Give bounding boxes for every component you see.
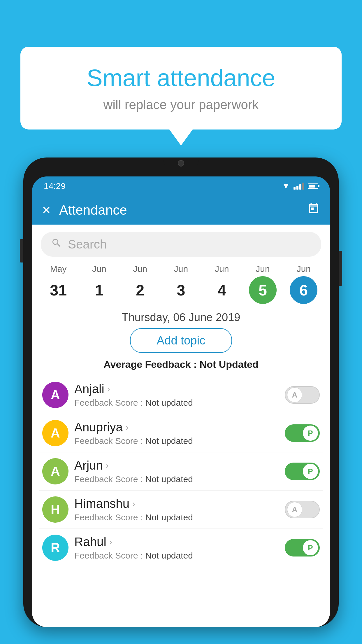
student-info: Himanshu ›Feedback Score : Not updated — [74, 497, 279, 522]
attendance-toggle[interactable]: P — [285, 463, 320, 480]
calendar-day[interactable]: Jun5 — [242, 264, 283, 304]
signal-bar-1 — [294, 187, 296, 190]
student-list: AAnjali ›Feedback Score : Not updatedAAA… — [32, 376, 330, 567]
power-button — [339, 251, 342, 286]
calendar-day[interactable]: Jun6 — [283, 264, 324, 304]
student-name: Anupriya › — [74, 420, 279, 434]
search-icon — [51, 237, 62, 251]
student-avatar: A — [42, 382, 68, 408]
cal-num[interactable]: 5 — [249, 276, 277, 304]
battery-fill — [309, 185, 315, 188]
student-feedback: Feedback Score : Not updated — [74, 551, 279, 561]
app-header: × Attendance — [32, 195, 330, 225]
cal-num[interactable]: 6 — [290, 276, 317, 304]
cal-month: Jun — [256, 264, 270, 274]
volume-button — [20, 239, 23, 262]
screen-content: Search May31Jun1Jun2Jun3Jun4Jun5Jun6 Thu… — [32, 225, 330, 627]
calendar-icon[interactable] — [307, 202, 320, 218]
selected-date: Thursday, 06 June 2019 — [32, 311, 330, 324]
student-feedback: Feedback Score : Not updated — [74, 512, 279, 522]
calendar-day[interactable]: Jun2 — [120, 264, 161, 304]
cal-num[interactable]: 3 — [167, 276, 195, 304]
toggle-circle: P — [303, 464, 318, 479]
speech-bubble: Smart attendance will replace your paper… — [20, 47, 342, 130]
feedback-value: Not updated — [145, 436, 193, 446]
chevron-icon: › — [109, 537, 112, 547]
phone-outer: 14:29 ▼ × Attendance — [23, 158, 339, 627]
calendar-day[interactable]: Jun1 — [79, 264, 120, 304]
student-info: Anupriya ›Feedback Score : Not updated — [74, 420, 279, 446]
close-button[interactable]: × — [42, 203, 50, 217]
notch-area — [23, 158, 339, 181]
search-placeholder: Search — [68, 237, 107, 251]
student-avatar: H — [42, 496, 68, 523]
cal-month: May — [50, 264, 67, 274]
toggle-circle: P — [303, 426, 318, 441]
status-time: 14:29 — [44, 181, 66, 191]
cal-num[interactable]: 1 — [85, 276, 113, 304]
calendar-strip: May31Jun1Jun2Jun3Jun4Jun5Jun6 — [32, 264, 330, 304]
cal-num[interactable]: 4 — [208, 276, 236, 304]
signal-bars — [294, 183, 304, 190]
signal-bar-4 — [302, 183, 304, 190]
student-feedback: Feedback Score : Not updated — [74, 436, 279, 446]
speech-bubble-tail — [169, 130, 193, 146]
search-bar[interactable]: Search — [41, 232, 321, 257]
student-item[interactable]: AArjun ›Feedback Score : Not updatedP — [39, 452, 323, 491]
student-avatar: R — [42, 535, 68, 561]
signal-bar-2 — [296, 186, 298, 190]
chevron-icon: › — [106, 461, 109, 470]
student-avatar: A — [42, 458, 68, 484]
header-title: Attendance — [59, 202, 299, 218]
student-name: Himanshu › — [74, 497, 279, 511]
signal-bar-3 — [299, 184, 301, 190]
cal-month: Jun — [215, 264, 229, 274]
wifi-icon: ▼ — [282, 181, 290, 191]
cal-month: Jun — [174, 264, 188, 274]
chevron-icon: › — [107, 384, 110, 394]
student-name: Rahul › — [74, 535, 279, 549]
student-feedback: Feedback Score : Not updated — [74, 474, 279, 484]
feedback-value: Not updated — [145, 474, 193, 484]
toggle-circle: A — [287, 502, 302, 517]
student-item[interactable]: AAnjali ›Feedback Score : Not updatedA — [39, 376, 323, 414]
cal-month: Jun — [133, 264, 147, 274]
student-info: Arjun ›Feedback Score : Not updated — [74, 459, 279, 484]
cal-month: Jun — [92, 264, 106, 274]
cal-num[interactable]: 31 — [45, 276, 72, 304]
cal-month: Jun — [297, 264, 311, 274]
cal-num[interactable]: 2 — [126, 276, 154, 304]
attendance-toggle[interactable]: A — [285, 501, 320, 518]
attendance-toggle[interactable]: P — [285, 539, 320, 556]
feedback-value: Not updated — [145, 512, 193, 522]
feedback-value: Not updated — [145, 551, 193, 560]
camera-dot — [178, 160, 184, 167]
feedback-value: Not updated — [145, 398, 193, 407]
avg-feedback-label: Average Feedback : — [103, 359, 199, 370]
student-info: Rahul ›Feedback Score : Not updated — [74, 535, 279, 561]
calendar-day[interactable]: Jun4 — [201, 264, 242, 304]
student-item[interactable]: RRahul ›Feedback Score : Not updatedP — [39, 529, 323, 567]
student-avatar: A — [42, 420, 68, 446]
attendance-toggle[interactable]: A — [285, 386, 320, 404]
speech-bubble-container: Smart attendance will replace your paper… — [20, 47, 342, 146]
phone-notch — [164, 158, 198, 169]
student-item[interactable]: AAnupriya ›Feedback Score : Not updatedP — [39, 414, 323, 452]
toggle-circle: A — [287, 387, 302, 402]
student-item[interactable]: HHimanshu ›Feedback Score : Not updatedA — [39, 491, 323, 529]
phone-container: 14:29 ▼ × Attendance — [23, 158, 339, 644]
calendar-day[interactable]: May31 — [38, 264, 79, 304]
toggle-circle: P — [303, 540, 318, 555]
status-icons: ▼ — [282, 181, 318, 191]
student-info: Anjali ›Feedback Score : Not updated — [74, 382, 279, 408]
speech-bubble-subtitle: will replace your paperwork — [38, 97, 324, 112]
student-feedback: Feedback Score : Not updated — [74, 398, 279, 408]
add-topic-button[interactable]: Add topic — [130, 328, 232, 353]
calendar-day[interactable]: Jun3 — [161, 264, 201, 304]
attendance-toggle[interactable]: P — [285, 424, 320, 442]
speech-bubble-title: Smart attendance — [38, 64, 324, 92]
avg-feedback-value: Not Updated — [200, 359, 259, 370]
chevron-icon: › — [132, 499, 135, 509]
avg-feedback: Average Feedback : Not Updated — [32, 359, 330, 370]
chevron-icon: › — [126, 422, 129, 432]
